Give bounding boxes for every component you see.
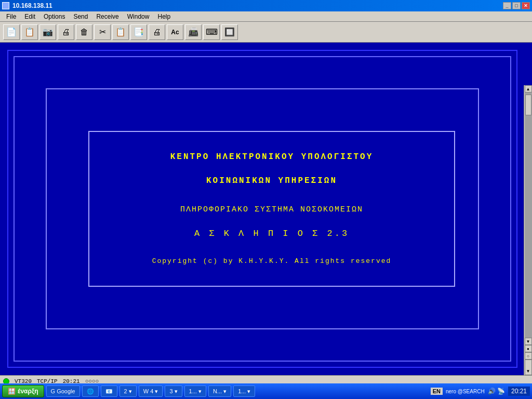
taskbar-clock: 20:21	[508, 387, 530, 396]
title-controls[interactable]: _ □ ✕	[503, 2, 530, 9]
taskbar-1[interactable]: 1... ▾	[184, 385, 206, 397]
scroll-thumb[interactable]	[525, 95, 531, 115]
taskbar-2[interactable]: 2 ▾	[119, 385, 137, 397]
toolbar-font[interactable]: Ac	[167, 24, 183, 40]
main-area: ▲ ▼ ● ○ ▼ ΚΕΝΤΡΟ ΗΛΕΚΤΡΟΝΙΚΟΥ ΥΠΟΛΟΓΙΣΤΟ…	[0, 43, 532, 375]
toolbar-doc[interactable]: 📑	[130, 24, 147, 40]
maximize-button[interactable]: □	[512, 2, 521, 9]
toolbar-eraser[interactable]: 🗑	[76, 24, 92, 40]
app-icon	[2, 2, 9, 9]
start-icon: 🪟	[8, 388, 16, 395]
scroll-extra1[interactable]: ●	[525, 345, 532, 352]
window-title: 10.168.138.11	[12, 2, 52, 9]
start-button[interactable]: 🪟 έναρξη	[2, 385, 44, 397]
taskbar-3[interactable]: 3 ▾	[165, 385, 182, 397]
taskbar-icons: 🔊 📡	[488, 388, 505, 395]
line4: Α Σ Κ Λ Η Π Ι Ο Σ 2.3	[194, 227, 349, 241]
taskbar-n[interactable]: N... ▾	[208, 385, 231, 397]
right-scrollbar[interactable]: ▲ ▼ ● ○ ▼	[524, 85, 532, 375]
menu-help[interactable]: Help	[153, 12, 175, 21]
scroll-up-arrow[interactable]: ▲	[525, 85, 532, 92]
toolbar-print[interactable]: 🖨	[58, 24, 74, 40]
nero-label: nero @SEARCH	[446, 389, 485, 394]
title-bar-left: 10.168.138.11	[2, 2, 52, 9]
line1: ΚΕΝΤΡΟ ΗΛΕΚΤΡΟΝΙΚΟΥ ΥΠΟΛΟΓΙΣΤΟΥ	[170, 151, 374, 164]
frame-mid: ΚΕΝΤΡΟ ΗΛΕΚΤΡΟΝΙΚΟΥ ΥΠΟΛΟΓΙΣΤΟΥ ΚΟΙΝΩΝΙΚ…	[14, 56, 511, 362]
toolbar-copy[interactable]: 📋	[21, 24, 38, 40]
menu-send[interactable]: Send	[69, 12, 92, 21]
google-label: Google	[57, 388, 75, 394]
frame-inner: ΚΕΝΤΡΟ ΗΛΕΚΤΡΟΝΙΚΟΥ ΥΠΟΛΟΓΙΣΤΟΥ ΚΟΙΝΩΝΙΚ…	[46, 88, 479, 329]
scroll-extra2[interactable]: ○	[525, 352, 532, 360]
toolbar: 📄 📋 📷 🖨 🗑 ✂ 📋 📑 🖨 Ac 📠 ⌨ 🔲	[0, 22, 532, 43]
taskbar-word[interactable]: W 4 ▾	[139, 385, 163, 397]
minimize-button[interactable]: _	[503, 2, 511, 9]
taskbar-ie[interactable]: 🌐	[82, 385, 99, 397]
menu-window[interactable]: Window	[123, 12, 154, 21]
menu-options[interactable]: Options	[39, 12, 69, 21]
taskbar-1b[interactable]: 1... ▾	[233, 385, 255, 397]
toolbar-camera[interactable]: 📷	[39, 24, 56, 40]
toolbar-new[interactable]: 📄	[3, 24, 20, 40]
menu-receive[interactable]: Receive	[92, 12, 123, 21]
scroll-track	[525, 92, 532, 338]
toolbar-print2[interactable]: 🖨	[149, 24, 165, 40]
taskbar-email[interactable]: 📧	[101, 385, 117, 397]
scroll-extra3[interactable]: ▼	[525, 360, 532, 375]
google-icon: G	[51, 388, 56, 394]
taskbar-right: EN nero @SEARCH 🔊 📡 20:21	[431, 387, 530, 396]
toolbar-keyboard[interactable]: ⌨	[203, 24, 220, 40]
frame-outer: ΚΕΝΤΡΟ ΗΛΕΚΤΡΟΝΙΚΟΥ ΥΠΟΛΟΓΙΣΤΟΥ ΚΟΙΝΩΝΙΚ…	[7, 50, 517, 368]
copyright-line: Copyright (c) by K.H.Y.K.Y. All rights r…	[152, 256, 392, 267]
content-box: ΚΕΝΤΡΟ ΗΛΕΚΤΡΟΝΙΚΟΥ ΥΠΟΛΟΓΙΣΤΟΥ ΚΟΙΝΩΝΙΚ…	[88, 131, 455, 287]
close-button[interactable]: ✕	[522, 2, 530, 9]
line3: ΠΛΗΡΟΦΟΡΙΑΚΟ ΣΥΣΤΗΜΑ ΝΟΣΟΚΟΜΕΙΩΝ	[180, 204, 363, 216]
menu-edit[interactable]: Edit	[20, 12, 39, 21]
menu-bar: File Edit Options Send Receive Window He…	[0, 11, 532, 22]
taskbar: 🪟 έναρξη G Google 🌐 📧 2 ▾ W 4 ▾ 3 ▾ 1...…	[0, 383, 532, 399]
toolbar-paste[interactable]: 📋	[112, 24, 129, 40]
toolbar-cut[interactable]: ✂	[94, 24, 111, 40]
line2: ΚΟΙΝΩΝΙΚΩΝ ΥΠΗΡΕΣΙΩΝ	[206, 175, 337, 188]
taskbar-google[interactable]: G Google	[46, 385, 80, 397]
lang-indicator[interactable]: EN	[431, 388, 443, 395]
start-label: έναρξη	[18, 388, 38, 395]
toolbar-screen[interactable]: 🔲	[221, 24, 238, 40]
toolbar-fax[interactable]: 📠	[185, 24, 202, 40]
title-bar: 10.168.138.11 _ □ ✕	[0, 0, 532, 11]
menu-file[interactable]: File	[2, 12, 20, 21]
scroll-down-arrow[interactable]: ▼	[525, 338, 532, 345]
